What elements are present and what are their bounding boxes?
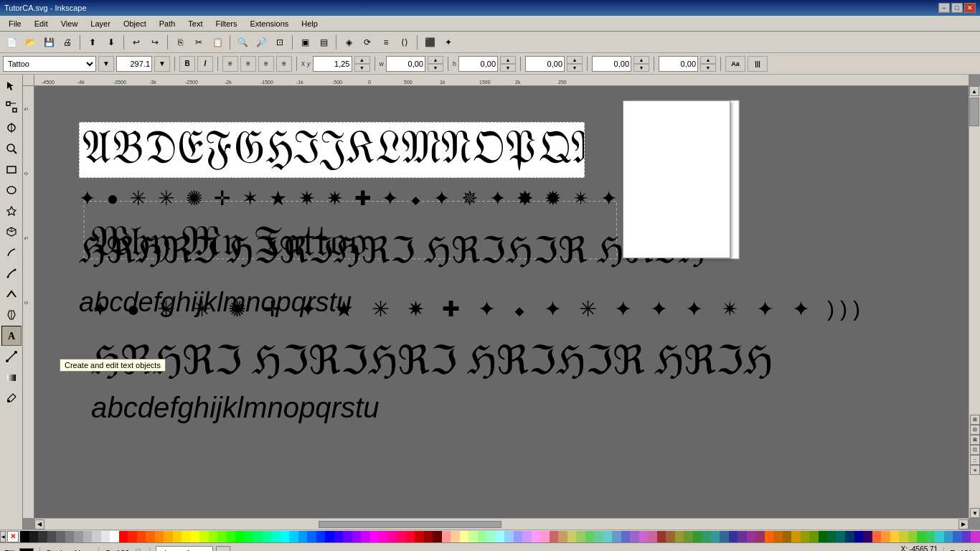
color-swatch[interactable] bbox=[110, 531, 119, 542]
tweak-tool-btn[interactable] bbox=[1, 118, 22, 138]
color-swatch[interactable] bbox=[191, 531, 200, 542]
color-swatch[interactable] bbox=[783, 531, 792, 542]
color-swatch[interactable] bbox=[253, 531, 263, 542]
zoom-tool-btn[interactable] bbox=[1, 138, 22, 159]
menu-filters[interactable]: Filters bbox=[210, 18, 243, 29]
font-size-input[interactable] bbox=[116, 56, 152, 72]
color-swatch[interactable] bbox=[281, 531, 290, 542]
color-swatch[interactable] bbox=[603, 531, 613, 542]
flow-btn[interactable]: ||| bbox=[748, 56, 768, 72]
no-color-btn[interactable]: ✕ bbox=[7, 531, 19, 542]
color-swatch[interactable] bbox=[827, 531, 837, 542]
color-swatch[interactable] bbox=[478, 531, 487, 542]
color-swatch[interactable] bbox=[468, 531, 478, 542]
color-swatch[interactable] bbox=[406, 531, 415, 542]
menu-file[interactable]: File bbox=[3, 18, 27, 29]
bold-button[interactable]: B bbox=[179, 56, 195, 72]
font-family-down[interactable]: ▼ bbox=[98, 56, 114, 72]
save-button[interactable]: 💾 bbox=[40, 34, 57, 51]
minimize-button[interactable]: − bbox=[938, 3, 950, 13]
cut-button[interactable]: ✂ bbox=[190, 34, 207, 51]
transform-btn[interactable]: ⟳ bbox=[359, 34, 376, 51]
color-swatch[interactable] bbox=[953, 531, 962, 542]
canvas-container[interactable]: -4500 -4k -3500 -3k -2500 -2k -1500 -1k … bbox=[23, 75, 980, 529]
connector-tool-btn[interactable] bbox=[1, 347, 22, 367]
color-swatch[interactable] bbox=[890, 531, 900, 542]
color-swatch[interactable] bbox=[854, 531, 864, 542]
color-swatch[interactable] bbox=[765, 531, 774, 542]
field3-input[interactable] bbox=[659, 56, 698, 72]
f3-up-btn[interactable]: ▲ bbox=[700, 56, 716, 64]
menu-text[interactable]: Text bbox=[182, 18, 208, 29]
w-down-btn[interactable]: ▼ bbox=[428, 64, 443, 72]
color-swatch[interactable] bbox=[227, 531, 236, 542]
pencil-tool-btn[interactable] bbox=[1, 242, 22, 263]
h-down-btn[interactable]: ▼ bbox=[500, 64, 516, 72]
color-swatch[interactable] bbox=[442, 531, 451, 542]
color-swatch[interactable] bbox=[173, 531, 182, 542]
color-swatch[interactable] bbox=[47, 531, 57, 542]
scrollbar-horizontal[interactable]: ◀ ▶ bbox=[34, 518, 969, 529]
star-tool-btn[interactable] bbox=[1, 201, 22, 221]
x-coord-input[interactable] bbox=[313, 56, 352, 72]
menu-edit[interactable]: Edit bbox=[29, 18, 54, 29]
color-swatch[interactable] bbox=[693, 531, 702, 542]
color-swatch[interactable] bbox=[791, 531, 801, 542]
color-swatch[interactable] bbox=[881, 531, 890, 542]
color-swatch[interactable] bbox=[522, 531, 532, 542]
color-swatch[interactable] bbox=[558, 531, 567, 542]
align-btn[interactable]: ≡ bbox=[377, 34, 395, 51]
open-button[interactable]: 📂 bbox=[22, 34, 39, 51]
scroll-left-btn[interactable]: ◀ bbox=[34, 519, 44, 529]
color-swatch[interactable] bbox=[128, 531, 137, 542]
color-swatch[interactable] bbox=[657, 531, 666, 542]
color-swatch[interactable] bbox=[29, 531, 39, 542]
italic-button[interactable]: I bbox=[197, 56, 213, 72]
export-button[interactable]: ⬇ bbox=[103, 34, 120, 51]
color-swatch[interactable] bbox=[101, 531, 110, 542]
color-swatch[interactable] bbox=[711, 531, 720, 542]
color-swatch[interactable] bbox=[271, 531, 281, 542]
color-swatch[interactable] bbox=[316, 531, 326, 542]
text-tool-btn[interactable]: A bbox=[1, 326, 22, 346]
color-swatch[interactable] bbox=[451, 531, 460, 542]
color-swatch[interactable] bbox=[460, 531, 469, 542]
scroll-right-btn[interactable]: ▶ bbox=[958, 519, 969, 529]
close-button[interactable]: ✕ bbox=[964, 3, 976, 13]
f1-down-btn[interactable]: ▼ bbox=[567, 64, 583, 72]
copy-button[interactable]: ⎘ bbox=[171, 34, 189, 51]
x-up-btn[interactable]: ▲ bbox=[354, 56, 370, 64]
pen-tool-btn[interactable] bbox=[1, 263, 22, 283]
menu-layer[interactable]: Layer bbox=[85, 18, 116, 29]
color-swatch[interactable] bbox=[675, 531, 684, 542]
color-swatch[interactable] bbox=[648, 531, 657, 542]
zoom-fit-btn[interactable]: ⊡ bbox=[271, 34, 288, 51]
color-swatch[interactable] bbox=[944, 531, 953, 542]
layer-dropdown-btn[interactable]: ▼ bbox=[216, 546, 230, 552]
color-swatch[interactable] bbox=[863, 531, 872, 542]
f2-down-btn[interactable]: ▼ bbox=[633, 64, 649, 72]
color-swatch[interactable] bbox=[325, 531, 334, 542]
menu-path[interactable]: Path bbox=[154, 18, 182, 29]
menu-object[interactable]: Object bbox=[118, 18, 152, 29]
color-swatch[interactable] bbox=[209, 531, 218, 542]
field2-input[interactable] bbox=[592, 56, 631, 72]
color-swatch[interactable] bbox=[263, 531, 272, 542]
color-swatch[interactable] bbox=[307, 531, 316, 542]
calligraphy-tool-btn[interactable] bbox=[1, 284, 22, 304]
print-button[interactable]: 🖨 bbox=[59, 34, 76, 51]
snap-btn1[interactable]: ⊞ bbox=[970, 415, 980, 425]
color-swatch[interactable] bbox=[65, 531, 75, 542]
menu-view[interactable]: View bbox=[55, 18, 84, 29]
w-input[interactable] bbox=[386, 56, 425, 72]
color-swatch[interactable] bbox=[845, 531, 854, 542]
color-swatch[interactable] bbox=[630, 531, 639, 542]
color-swatch[interactable] bbox=[361, 531, 370, 542]
color-swatch[interactable] bbox=[720, 531, 729, 542]
color-swatch[interactable] bbox=[917, 531, 926, 542]
fill-color-box[interactable] bbox=[19, 548, 34, 552]
align-justify-button[interactable]: ≡ bbox=[276, 56, 292, 72]
zoom-out-btn[interactable]: 🔎 bbox=[253, 34, 270, 51]
group-btn[interactable]: ▣ bbox=[296, 34, 314, 51]
colorbar-scroll-left[interactable]: ◀ bbox=[0, 531, 6, 542]
